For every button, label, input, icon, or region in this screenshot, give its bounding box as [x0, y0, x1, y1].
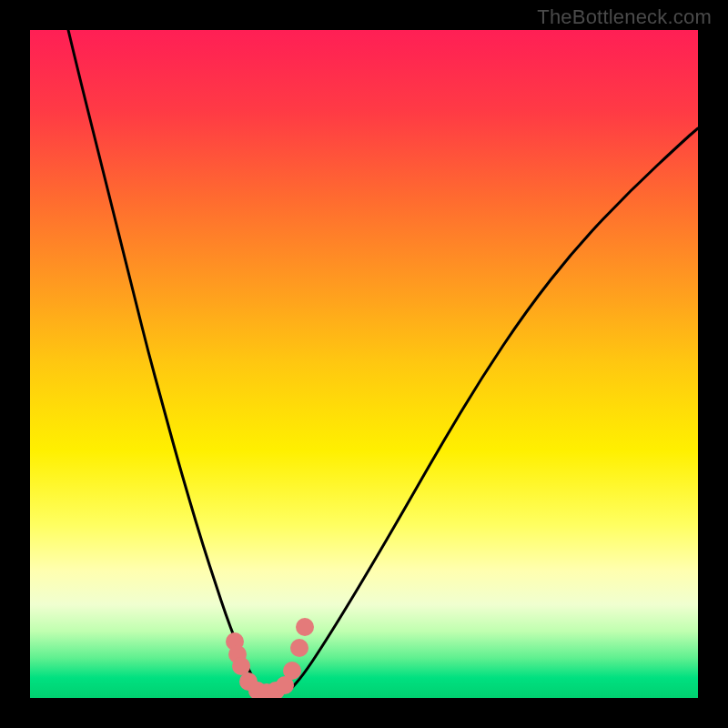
marker-point: [296, 618, 314, 636]
watermark-text: TheBottleneck.com: [537, 5, 712, 29]
chart-container: TheBottleneck.com: [0, 0, 728, 728]
marker-point: [283, 662, 301, 680]
marker-point: [290, 639, 308, 657]
curve-right-branch: [289, 128, 698, 691]
marker-point: [232, 657, 250, 675]
curve-layer: [30, 30, 698, 698]
curve-left-branch: [68, 30, 259, 691]
plot-area: [30, 30, 698, 698]
